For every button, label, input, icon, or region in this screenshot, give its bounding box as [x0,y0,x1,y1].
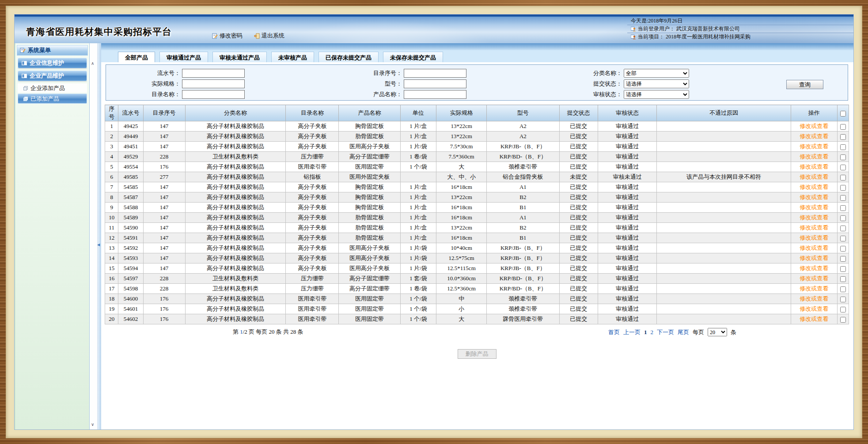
catalog-name-input[interactable] [182,90,245,99]
col-submit-status: 未提交 [559,172,598,182]
table-row: 1154590147高分子材料及橡胶制品高分子夹板肋骨固定板1 片/盒13*22… [105,223,849,233]
submit-status-select[interactable]: 请选择 [624,79,689,88]
row-checkbox[interactable] [840,297,846,302]
col-action: 修改或查看 [791,304,837,314]
sidebar-item-enterprise-products[interactable]: 企业产品维护 [18,71,87,81]
table-row: 1054589147高分子材料及橡胶制品高分子夹板肋骨固定板1 片/盒16*18… [105,213,849,223]
col-category: 卫生材料及敷料类 [185,152,286,162]
edit-or-view-link[interactable]: 修改或查看 [800,153,828,160]
edit-or-view-link[interactable]: 修改或查看 [800,204,828,211]
edit-or-view-link[interactable]: 修改或查看 [800,224,828,231]
row-checkbox[interactable] [840,215,846,221]
edit-or-view-link[interactable]: 修改或查看 [800,133,828,139]
row-checkbox[interactable] [840,307,846,312]
row-checkbox[interactable] [840,134,846,140]
edit-or-view-link[interactable]: 修改或查看 [800,123,828,129]
row-checkbox[interactable] [840,205,846,211]
col-catalog-no: 176 [143,314,185,324]
edit-or-view-link[interactable]: 修改或查看 [800,143,828,150]
edit-or-view-link[interactable]: 修改或查看 [800,163,828,170]
table-body: 149425147高分子材料及橡胶制品高分子夹板胸骨固定板1 片/盒13*22c… [105,121,849,324]
edit-or-view-link[interactable]: 修改或查看 [800,305,828,312]
first-page-link[interactable]: 首页 [608,328,620,336]
row-checkbox[interactable] [840,317,846,323]
row-checkbox[interactable] [840,144,846,150]
change-password-link[interactable]: 修改密码 [212,32,243,40]
header-col-reject-reason: 不通过原因 [657,105,791,121]
col-category: 高分子材料及橡胶制品 [185,223,286,233]
edit-or-view-link[interactable]: 修改或查看 [800,316,828,322]
header-col-submit-status: 提交状态 [559,105,598,121]
sidebar-item-add-product[interactable]: 企业添加产品 [18,83,87,93]
table-row: 1854600176高分子材料及橡胶制品医用牵引带医用固定带1 个/袋中颈椎牵引… [105,294,849,304]
frame-mat: 青海省医用耗材集中采购招标平台 修改密码 退出系统 今天是:2018年9月26日… [6,6,862,438]
next-page-link[interactable]: 下一页 [657,328,674,336]
row-checkbox[interactable] [840,276,846,282]
edit-or-view-link[interactable]: 修改或查看 [800,255,828,261]
row-checkbox[interactable] [840,175,846,181]
edit-or-view-link[interactable]: 修改或查看 [800,265,828,271]
delete-product-button[interactable]: 删除产品 [458,349,497,359]
edit-or-view-link[interactable]: 修改或查看 [800,173,828,180]
row-checkbox[interactable] [840,226,846,231]
col-spec: 7.5*30cm [436,142,487,152]
last-page-link[interactable]: 尾页 [678,328,689,336]
exit-door-icon [254,33,260,39]
header-col-serial: 流水号 [118,105,143,121]
col-category: 高分子材料及橡胶制品 [185,233,286,243]
footer-actions: 删除产品 [105,349,849,359]
audit-status-select[interactable]: 请选择 [624,90,689,99]
col-reject-reason [657,233,791,243]
row-checkbox[interactable] [840,185,846,191]
per-page-select[interactable]: 20 [708,328,727,336]
col-select [837,152,849,162]
product-name-input[interactable] [404,90,466,99]
sidebar-item-added-products[interactable]: 已添加产品 [18,94,87,104]
col-catalog-name: 高分子夹板 [286,142,339,152]
edit-or-view-link[interactable]: 修改或查看 [800,214,828,221]
serial-no-input[interactable] [182,69,245,78]
col-spec: 16*18cm [436,213,487,223]
row-checkbox[interactable] [840,256,846,262]
edit-or-view-link[interactable]: 修改或查看 [800,245,828,251]
scroll-up-icon[interactable]: ∧ [91,61,94,66]
collapse-arrow-icon[interactable]: ◀ [97,243,100,247]
catalog-no-input[interactable] [404,69,466,78]
row-checkbox[interactable] [840,165,846,170]
sidebar-item-enterprise-info[interactable]: 企业信息维护 [18,58,87,68]
row-checkbox[interactable] [840,124,846,130]
logout-link[interactable]: 退出系统 [254,32,284,40]
edit-or-view-link[interactable]: 修改或查看 [800,184,828,190]
col-category: 高分子材料及橡胶制品 [185,192,286,203]
wooden-frame: 青海省医用耗材集中采购招标平台 修改密码 退出系统 今天是:2018年9月26日… [0,0,868,444]
col-product-name: 医用高分子夹板 [339,142,400,152]
col-submit-status: 已提交 [559,142,598,152]
col-catalog-name: 高分子夹板 [286,233,339,243]
col-audit-status: 审核通过 [598,314,657,324]
select-all-checkbox[interactable] [840,111,846,117]
edit-or-view-link[interactable]: 修改或查看 [800,234,828,241]
col-catalog-name: 高分子夹板 [286,243,339,253]
spec-input[interactable] [182,79,245,88]
edit-or-view-link[interactable]: 修改或查看 [800,295,828,302]
products-table: 序号流水号目录序号分类名称目录名称产品名称单位实际规格型号提交状态审核状态不通过… [105,105,849,324]
edit-or-view-link[interactable]: 修改或查看 [800,285,828,292]
edit-or-view-link[interactable]: 修改或查看 [800,194,828,200]
scroll-down-icon[interactable]: ∨ [91,422,94,427]
col-unit: 1 套/袋 [400,274,436,284]
prev-page-link[interactable]: 上一页 [623,328,641,336]
query-button[interactable]: 查询 [786,80,823,89]
page-2-link[interactable]: 2 [651,329,654,336]
category-select[interactable]: 全部 [624,69,689,78]
col-serial: 49585 [118,172,143,182]
row-checkbox[interactable] [840,246,846,252]
row-checkbox[interactable] [840,154,846,160]
row-checkbox[interactable] [840,195,846,201]
body: 系统菜单 企业信息维护 企业产品维护 企业添加产品 已添加产品 [15,43,853,429]
row-checkbox[interactable] [840,236,846,241]
row-checkbox[interactable] [840,266,846,272]
panel-splitter[interactable]: ◀ [98,43,101,429]
model-input[interactable] [404,79,466,88]
row-checkbox[interactable] [840,286,846,292]
edit-or-view-link[interactable]: 修改或查看 [800,275,828,282]
